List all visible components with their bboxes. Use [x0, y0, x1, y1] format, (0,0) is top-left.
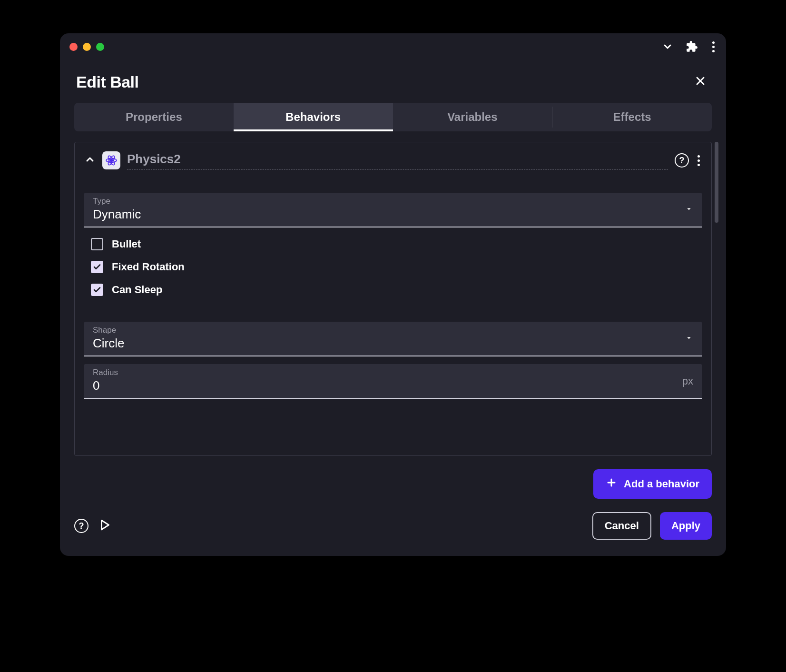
close-button[interactable]: [691, 71, 710, 92]
help-icon[interactable]: ?: [675, 153, 689, 168]
content-area: Physics2 ? Type Dynamic Bullet: [74, 142, 712, 456]
bullet-checkbox-row[interactable]: Bullet: [84, 238, 702, 250]
tab-properties[interactable]: Properties: [74, 103, 234, 131]
dialog-title: Edit Ball: [76, 73, 139, 91]
behavior-menu-icon[interactable]: [696, 153, 702, 168]
titlebar: [60, 33, 726, 60]
type-select[interactable]: Type Dynamic: [84, 193, 702, 227]
radius-label: Radius: [93, 368, 693, 377]
collapse-icon[interactable]: [84, 154, 96, 167]
window-maximize-button[interactable]: [96, 43, 104, 51]
more-menu-icon[interactable]: [710, 40, 717, 54]
dropdown-caret-icon: [685, 205, 693, 215]
bullet-label: Bullet: [112, 238, 141, 250]
radius-input[interactable]: Radius 0 px: [84, 364, 702, 399]
fixed-rotation-checkbox-row[interactable]: Fixed Rotation: [84, 261, 702, 273]
svg-marker-8: [101, 520, 108, 530]
tab-variables[interactable]: Variables: [393, 103, 552, 131]
physics-behavior-icon: [102, 151, 120, 169]
chevron-down-icon[interactable]: [662, 41, 673, 52]
dialog-footer: ? Cancel Apply: [60, 499, 726, 556]
fixed-rotation-checkbox[interactable]: [91, 261, 103, 273]
cancel-button[interactable]: Cancel: [592, 512, 651, 540]
fixed-rotation-label: Fixed Rotation: [112, 261, 185, 273]
behavior-name-input[interactable]: Physics2: [127, 151, 668, 170]
footer-help-icon[interactable]: ?: [74, 519, 88, 533]
type-value: Dynamic: [93, 207, 693, 222]
can-sleep-label: Can Sleep: [112, 284, 162, 296]
shape-value: Circle: [93, 336, 693, 351]
add-behavior-row: Add a behavior: [74, 469, 712, 499]
tab-effects[interactable]: Effects: [552, 103, 712, 131]
plus-icon: [606, 477, 617, 491]
extension-icon[interactable]: [686, 40, 698, 53]
window-close-button[interactable]: [69, 43, 78, 51]
can-sleep-checkbox[interactable]: [91, 284, 103, 296]
type-label: Type: [93, 197, 693, 206]
tabs: Properties Behaviors Variables Effects: [74, 103, 712, 131]
shape-select[interactable]: Shape Circle: [84, 322, 702, 356]
shape-label: Shape: [93, 326, 693, 335]
add-behavior-label: Add a behavior: [624, 478, 699, 490]
svg-point-2: [110, 159, 113, 162]
scrollbar[interactable]: [715, 142, 718, 223]
dialog-header: Edit Ball: [60, 60, 726, 100]
radius-unit: px: [682, 375, 693, 387]
content-scroll: Physics2 ? Type Dynamic Bullet: [74, 142, 712, 456]
editor-window: Edit Ball Properties Behaviors Variables…: [60, 33, 726, 556]
titlebar-right: [662, 40, 717, 54]
can-sleep-checkbox-row[interactable]: Can Sleep: [84, 284, 702, 296]
behavior-header: Physics2 ?: [84, 151, 702, 173]
traffic-lights: [69, 43, 104, 51]
dropdown-caret-icon: [685, 334, 693, 344]
play-icon[interactable]: [99, 519, 111, 533]
bullet-checkbox[interactable]: [91, 238, 103, 250]
radius-value: 0: [93, 378, 693, 393]
apply-button[interactable]: Apply: [660, 512, 712, 540]
add-behavior-button[interactable]: Add a behavior: [593, 469, 712, 499]
tab-behaviors[interactable]: Behaviors: [234, 103, 393, 131]
window-minimize-button[interactable]: [83, 43, 91, 51]
